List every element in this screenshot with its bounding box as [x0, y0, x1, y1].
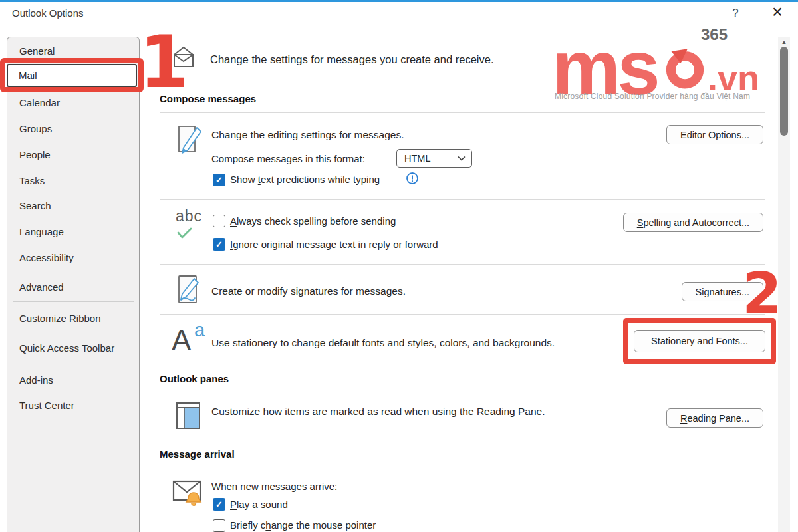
sidebar-item-accessibility[interactable]: Accessibility: [7, 245, 139, 270]
sidebar-item-customize-ribbon[interactable]: Customize Ribbon: [7, 305, 139, 331]
annotation-step-2: 2: [742, 265, 782, 322]
sidebar-item-quick-access-toolbar[interactable]: Quick Access Toolbar: [7, 335, 139, 360]
spelling-and-autocorrect-button[interactable]: Spelling and Autocorrect...: [623, 213, 763, 232]
new-mail-bell-icon: [172, 476, 205, 513]
scrollbar-thumb[interactable]: [780, 47, 788, 136]
watermark-tagline: Microsoft Cloud Solution Provider hàng đ…: [555, 92, 774, 101]
stationery-and-fonts-button[interactable]: Stationery and Fonts...: [634, 330, 765, 352]
compose-format-label: Compose messages in this format:: [211, 153, 365, 164]
section-title-message-arrival: Message arrival: [160, 448, 235, 460]
window-title: Outlook Options: [12, 7, 84, 19]
sidebar-item-calendar[interactable]: Calendar: [7, 90, 139, 115]
play-a-sound-label[interactable]: Play a sound: [230, 499, 288, 510]
sidebar-item-label: People: [19, 149, 51, 160]
always-check-spelling-label[interactable]: Always check spelling before sending: [230, 215, 396, 227]
button-label: Editor Options...: [680, 130, 749, 140]
check-icon: ✓: [215, 175, 223, 185]
show-text-predictions-checkbox[interactable]: ✓: [213, 174, 225, 186]
sidebar-item-label: Add-ins: [19, 374, 53, 386]
sidebar-item-label: Customize Ribbon: [19, 313, 101, 324]
section-divider: [160, 394, 765, 394]
sidebar-item-label: Groups: [19, 123, 52, 134]
watermark-vn-text: .vn: [708, 60, 759, 96]
sidebar-item-tasks[interactable]: Tasks: [7, 168, 139, 193]
sidebar-divider: [13, 301, 134, 302]
page-description: Change the settings for messages you cre…: [210, 53, 494, 66]
check-icon: ✓: [215, 239, 223, 249]
options-sidebar: General Calendar Groups People Tasks Sea…: [7, 37, 140, 532]
sidebar-item-groups[interactable]: Groups: [7, 116, 139, 141]
stationery-description: Use stationery to change default fonts a…: [211, 337, 555, 349]
ignore-original-message-checkbox[interactable]: ✓: [213, 238, 225, 251]
sidebar-item-label: Quick Access Toolbar: [19, 342, 114, 354]
watermark-365-badge: 365: [701, 25, 728, 44]
signatures-description: Create or modify signatures for messages…: [211, 285, 406, 297]
annotation-step-1: 1: [139, 27, 189, 98]
help-icon[interactable]: ?: [728, 7, 743, 20]
reading-pane-icon: [176, 400, 201, 431]
show-text-predictions-label[interactable]: Show text predictions while typing: [230, 174, 380, 185]
section-title-outlook-panes: Outlook panes: [160, 373, 229, 384]
edit-message-icon: [174, 124, 202, 156]
sidebar-item-language[interactable]: Language: [7, 219, 139, 244]
section-divider: [160, 112, 765, 113]
sidebar-item-label: Search: [19, 200, 51, 211]
when-new-messages-label: When new messages arrive:: [211, 481, 337, 492]
reading-pane-button[interactable]: Reading Pane...: [666, 408, 763, 428]
reading-pane-description: Customize how items are marked as read w…: [211, 406, 545, 418]
sidebar-item-advanced[interactable]: Advanced: [7, 274, 139, 299]
row-divider: [160, 314, 765, 315]
sidebar-divider: [13, 362, 134, 362]
button-label: Spelling and Autocorrect...: [637, 217, 749, 228]
sidebar-item-add-ins[interactable]: Add-ins: [7, 367, 139, 392]
sidebar-item-mail-selected[interactable]: Mail: [7, 64, 137, 87]
green-check-icon: [177, 227, 193, 241]
mso-logo-o-arrow-icon: [664, 48, 706, 90]
stationery-font-icon: A: [172, 326, 191, 355]
row-divider: [160, 264, 765, 265]
message-format-dropdown[interactable]: HTML: [396, 149, 472, 168]
window-accent-border: [0, 0, 798, 2]
editing-settings-description: Change the editing settings for messages…: [211, 129, 404, 141]
always-check-spelling-checkbox[interactable]: [213, 215, 225, 227]
close-icon[interactable]: ×: [767, 1, 787, 23]
mso-watermark: 365 ms .vn Microsoft Cloud Solution Prov…: [552, 25, 771, 105]
change-mouse-pointer-label[interactable]: Briefly change the mouse pointer: [230, 519, 376, 531]
dropdown-selected-value: HTML: [404, 153, 430, 164]
change-mouse-pointer-checkbox[interactable]: [213, 519, 225, 532]
sidebar-item-search[interactable]: Search: [7, 193, 139, 218]
sidebar-item-label: Mail: [19, 70, 37, 81]
check-icon: ✓: [215, 499, 223, 509]
button-label: Reading Pane...: [680, 413, 749, 424]
sidebar-item-label: Tasks: [19, 175, 45, 186]
editor-options-button[interactable]: Editor Options...: [666, 125, 763, 144]
sidebar-item-label: Advanced: [19, 281, 64, 293]
signature-pen-icon: [174, 274, 202, 306]
sidebar-item-people[interactable]: People: [7, 142, 139, 167]
sidebar-item-trust-center[interactable]: Trust Center: [7, 392, 139, 418]
row-divider: [160, 200, 765, 200]
button-label: Stationery and Fonts...: [651, 336, 748, 346]
button-label: Signatures...: [696, 287, 749, 297]
sidebar-item-label: Language: [19, 226, 64, 237]
sidebar-item-label: Accessibility: [19, 252, 74, 263]
watermark-logo-text: ms: [552, 29, 657, 106]
sidebar-item-label: Trust Center: [19, 400, 74, 411]
spellcheck-abc-icon: abc: [176, 207, 202, 225]
sidebar-item-label: General: [19, 45, 55, 57]
sidebar-item-label: Calendar: [19, 97, 60, 108]
scrollbar-up-icon[interactable]: ▲: [778, 37, 790, 47]
section-divider: [160, 471, 765, 471]
ignore-original-message-label[interactable]: Ignore original message text in reply or…: [230, 239, 438, 250]
outlook-options-dialog: Outlook Options ? × General Calendar Gro…: [0, 0, 798, 532]
play-a-sound-checkbox[interactable]: ✓: [213, 498, 225, 511]
chevron-down-icon: [458, 156, 466, 161]
stationery-font-icon-small: a: [194, 321, 205, 340]
info-icon[interactable]: [406, 172, 419, 185]
